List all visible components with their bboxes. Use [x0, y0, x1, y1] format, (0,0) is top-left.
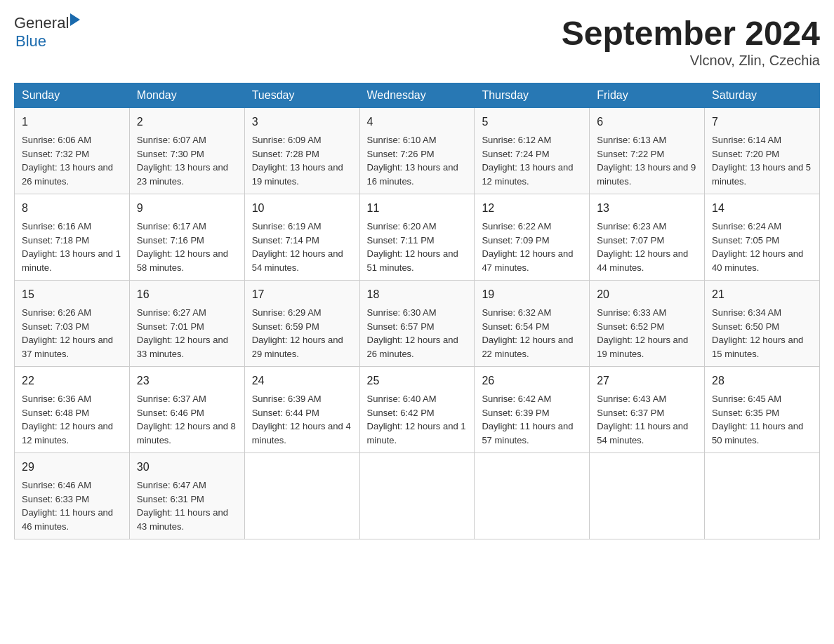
- calendar-cell: [705, 453, 820, 539]
- calendar-cell: [359, 453, 475, 539]
- calendar-cell: 9Sunrise: 6:17 AMSunset: 7:16 PMDaylight…: [129, 194, 244, 281]
- calendar-cell: 21Sunrise: 6:34 AMSunset: 6:50 PMDayligh…: [705, 281, 820, 367]
- day-number: 2: [137, 114, 237, 130]
- day-number: 6: [597, 114, 697, 130]
- title-section: September 2024 Vlcnov, Zlin, Czechia: [562, 14, 820, 69]
- calendar-week-row: 1Sunrise: 6:06 AMSunset: 7:32 PMDaylight…: [15, 108, 820, 194]
- calendar-cell: 26Sunrise: 6:42 AMSunset: 6:39 PMDayligh…: [475, 367, 590, 453]
- calendar-cell: 24Sunrise: 6:39 AMSunset: 6:44 PMDayligh…: [244, 367, 359, 453]
- day-number: 21: [712, 286, 812, 303]
- column-header-sunday: Sunday: [15, 83, 130, 108]
- column-header-thursday: Thursday: [475, 83, 590, 108]
- day-number: 25: [367, 373, 468, 389]
- calendar-cell: 3Sunrise: 6:09 AMSunset: 7:28 PMDaylight…: [244, 108, 359, 194]
- calendar-week-row: 8Sunrise: 6:16 AMSunset: 7:18 PMDaylight…: [15, 194, 820, 281]
- logo: General Blue: [14, 14, 80, 51]
- calendar-cell: 4Sunrise: 6:10 AMSunset: 7:26 PMDaylight…: [359, 108, 475, 194]
- day-number: 27: [597, 373, 697, 389]
- day-number: 14: [712, 200, 812, 217]
- day-number: 3: [252, 114, 352, 130]
- day-number: 10: [252, 200, 352, 217]
- calendar-cell: 28Sunrise: 6:45 AMSunset: 6:35 PMDayligh…: [705, 367, 820, 453]
- day-number: 9: [137, 200, 237, 217]
- calendar-week-row: 15Sunrise: 6:26 AMSunset: 7:03 PMDayligh…: [15, 281, 820, 367]
- day-number: 15: [22, 286, 122, 303]
- column-header-saturday: Saturday: [705, 83, 820, 108]
- calendar-table: SundayMondayTuesdayWednesdayThursdayFrid…: [14, 83, 820, 539]
- calendar-cell: 23Sunrise: 6:37 AMSunset: 6:46 PMDayligh…: [129, 367, 244, 453]
- day-number: 4: [367, 114, 468, 130]
- calendar-week-row: 29Sunrise: 6:46 AMSunset: 6:33 PMDayligh…: [15, 453, 820, 539]
- location-subtitle: Vlcnov, Zlin, Czechia: [562, 53, 820, 69]
- day-number: 13: [597, 200, 697, 217]
- calendar-cell: 6Sunrise: 6:13 AMSunset: 7:22 PMDaylight…: [590, 108, 705, 194]
- calendar-cell: 25Sunrise: 6:40 AMSunset: 6:42 PMDayligh…: [359, 367, 475, 453]
- day-number: 12: [482, 200, 582, 217]
- day-number: 7: [712, 114, 812, 130]
- calendar-cell: 5Sunrise: 6:12 AMSunset: 7:24 PMDaylight…: [475, 108, 590, 194]
- day-number: 5: [482, 114, 582, 130]
- calendar-week-row: 22Sunrise: 6:36 AMSunset: 6:48 PMDayligh…: [15, 367, 820, 453]
- day-number: 8: [22, 200, 122, 217]
- calendar-cell: 11Sunrise: 6:20 AMSunset: 7:11 PMDayligh…: [359, 194, 475, 281]
- day-number: 23: [137, 373, 237, 389]
- day-number: 20: [597, 286, 697, 303]
- calendar-cell: 27Sunrise: 6:43 AMSunset: 6:37 PMDayligh…: [590, 367, 705, 453]
- day-number: 17: [252, 286, 352, 303]
- calendar-cell: 14Sunrise: 6:24 AMSunset: 7:05 PMDayligh…: [705, 194, 820, 281]
- day-number: 16: [137, 286, 237, 303]
- day-number: 22: [22, 373, 122, 389]
- day-number: 24: [252, 373, 352, 389]
- column-header-tuesday: Tuesday: [244, 83, 359, 108]
- day-number: 30: [137, 459, 237, 476]
- column-header-monday: Monday: [129, 83, 244, 108]
- calendar-cell: 29Sunrise: 6:46 AMSunset: 6:33 PMDayligh…: [15, 453, 130, 539]
- column-header-wednesday: Wednesday: [359, 83, 475, 108]
- day-number: 11: [367, 200, 468, 217]
- calendar-cell: [244, 453, 359, 539]
- calendar-cell: 30Sunrise: 6:47 AMSunset: 6:31 PMDayligh…: [129, 453, 244, 539]
- calendar-cell: 16Sunrise: 6:27 AMSunset: 7:01 PMDayligh…: [129, 281, 244, 367]
- column-header-friday: Friday: [590, 83, 705, 108]
- day-number: 19: [482, 286, 582, 303]
- calendar-cell: 13Sunrise: 6:23 AMSunset: 7:07 PMDayligh…: [590, 194, 705, 281]
- day-number: 1: [22, 114, 122, 130]
- calendar-cell: 20Sunrise: 6:33 AMSunset: 6:52 PMDayligh…: [590, 281, 705, 367]
- month-year-title: September 2024: [562, 14, 820, 53]
- calendar-cell: 18Sunrise: 6:30 AMSunset: 6:57 PMDayligh…: [359, 281, 475, 367]
- day-number: 28: [712, 373, 812, 389]
- calendar-cell: 1Sunrise: 6:06 AMSunset: 7:32 PMDaylight…: [15, 108, 130, 194]
- calendar-cell: 17Sunrise: 6:29 AMSunset: 6:59 PMDayligh…: [244, 281, 359, 367]
- calendar-cell: 19Sunrise: 6:32 AMSunset: 6:54 PMDayligh…: [475, 281, 590, 367]
- logo-general-text: General: [14, 14, 69, 32]
- calendar-cell: 22Sunrise: 6:36 AMSunset: 6:48 PMDayligh…: [15, 367, 130, 453]
- logo-blue-text: Blue: [15, 32, 46, 50]
- logo-arrow-icon: [70, 13, 80, 26]
- calendar-cell: [475, 453, 590, 539]
- day-number: 29: [22, 459, 122, 476]
- calendar-cell: 15Sunrise: 6:26 AMSunset: 7:03 PMDayligh…: [15, 281, 130, 367]
- calendar-cell: 8Sunrise: 6:16 AMSunset: 7:18 PMDaylight…: [15, 194, 130, 281]
- day-number: 18: [367, 286, 468, 303]
- calendar-header-row: SundayMondayTuesdayWednesdayThursdayFrid…: [15, 83, 820, 108]
- calendar-cell: 2Sunrise: 6:07 AMSunset: 7:30 PMDaylight…: [129, 108, 244, 194]
- calendar-cell: 10Sunrise: 6:19 AMSunset: 7:14 PMDayligh…: [244, 194, 359, 281]
- calendar-cell: [590, 453, 705, 539]
- calendar-cell: 7Sunrise: 6:14 AMSunset: 7:20 PMDaylight…: [705, 108, 820, 194]
- calendar-cell: 12Sunrise: 6:22 AMSunset: 7:09 PMDayligh…: [475, 194, 590, 281]
- day-number: 26: [482, 373, 582, 389]
- page-header: General Blue September 2024 Vlcnov, Zlin…: [14, 14, 820, 69]
